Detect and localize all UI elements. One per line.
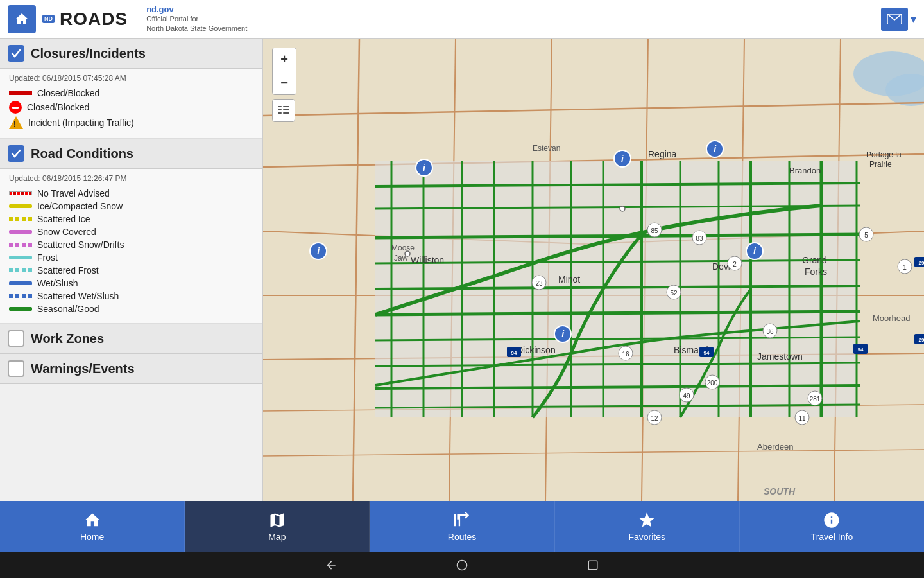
svg-text:49: 49 bbox=[683, 392, 690, 399]
road-conditions-body: Updated: 06/18/2015 12:26:47 PM No Trave… bbox=[0, 169, 262, 324]
road-conditions-title: Road Conditions bbox=[31, 146, 133, 161]
map-area[interactable]: Williston Minot Devl Grand Forks Dickins… bbox=[263, 39, 924, 501]
nav-home[interactable]: Home bbox=[0, 501, 185, 552]
road-conditions-section-header[interactable]: Road Conditions bbox=[0, 139, 262, 169]
mail-button[interactable] bbox=[881, 8, 908, 31]
main-content: Closures/Incidents Updated: 06/18/2015 0… bbox=[0, 39, 924, 501]
legend-scattered-ice: Scattered Ice bbox=[9, 214, 253, 224]
svg-text:Moose: Moose bbox=[391, 243, 415, 252]
svg-text:Dickinson: Dickinson bbox=[517, 345, 556, 355]
recents-button[interactable] bbox=[585, 557, 601, 573]
legend-seasonal: Seasonal/Good bbox=[9, 304, 253, 314]
legend-scattered-snow: Scattered Snow/Drifts bbox=[9, 240, 253, 250]
closures-checkbox[interactable] bbox=[8, 45, 24, 62]
svg-text:Jamestown: Jamestown bbox=[757, 351, 803, 362]
svg-text:29: 29 bbox=[919, 337, 924, 343]
closed-line-icon bbox=[9, 91, 32, 95]
svg-text:Prairie: Prairie bbox=[869, 160, 892, 169]
closures-section-header[interactable]: Closures/Incidents bbox=[0, 39, 262, 69]
ice-compacted-icon bbox=[9, 204, 32, 208]
legend-wet-slush: Wet/Slush bbox=[9, 278, 253, 288]
svg-text:11: 11 bbox=[798, 415, 806, 422]
nav-favorites[interactable]: Favorites bbox=[555, 501, 740, 552]
frost-icon bbox=[9, 256, 32, 259]
svg-text:94: 94 bbox=[704, 350, 710, 356]
home-button[interactable] bbox=[454, 557, 470, 573]
warnings-section-header[interactable]: Warnings/Events bbox=[0, 354, 262, 384]
nav-map[interactable]: Map bbox=[185, 501, 370, 552]
android-nav-bar bbox=[0, 552, 924, 578]
ndgov-link[interactable]: nd.gov bbox=[146, 4, 247, 14]
scattered-frost-icon bbox=[9, 268, 32, 272]
back-button[interactable] bbox=[323, 557, 339, 573]
legend-toggle-button[interactable] bbox=[272, 99, 295, 122]
svg-point-119 bbox=[458, 561, 467, 570]
legend-closed-icon: Closed/Blocked bbox=[9, 101, 253, 114]
wet-slush-icon bbox=[9, 281, 32, 285]
warnings-checkbox[interactable] bbox=[8, 360, 24, 377]
app-name: ROADS bbox=[60, 9, 128, 30]
nav-travel-info-label: Travel Info bbox=[811, 532, 853, 542]
legend-scattered-wet: Scattered Wet/Slush bbox=[9, 291, 253, 301]
snow-covered-icon bbox=[9, 230, 32, 234]
info-marker-1[interactable]: i bbox=[415, 159, 433, 177]
svg-text:52: 52 bbox=[670, 290, 678, 297]
svg-text:94: 94 bbox=[858, 347, 864, 353]
closures-updated: Updated: 06/18/2015 07:45:28 AM bbox=[9, 74, 253, 83]
nav-routes[interactable]: Routes bbox=[370, 501, 554, 552]
info-marker-6[interactable]: i bbox=[746, 242, 764, 260]
no-travel-icon bbox=[9, 191, 32, 195]
svg-text:85: 85 bbox=[651, 227, 658, 234]
nav-favorites-label: Favorites bbox=[628, 532, 665, 542]
app-logo: ND ROADS bbox=[42, 9, 128, 30]
nd-badge: ND bbox=[42, 15, 55, 23]
seasonal-icon bbox=[9, 307, 32, 311]
svg-text:SOUTH: SOUTH bbox=[764, 486, 796, 496]
svg-text:5: 5 bbox=[864, 232, 868, 239]
svg-point-110 bbox=[620, 206, 625, 211]
svg-text:1: 1 bbox=[903, 264, 907, 271]
svg-point-109 bbox=[405, 251, 410, 256]
zoom-controls: + − bbox=[272, 48, 296, 95]
svg-text:Estevan: Estevan bbox=[533, 144, 560, 153]
nav-home-label: Home bbox=[80, 532, 104, 542]
work-zones-title: Work Zones bbox=[31, 331, 104, 346]
road-conditions-updated: Updated: 06/18/2015 12:26:47 PM bbox=[9, 174, 253, 183]
scattered-ice-icon bbox=[9, 217, 32, 221]
svg-text:23: 23 bbox=[535, 280, 543, 287]
zoom-in-button[interactable]: + bbox=[273, 48, 296, 71]
work-zones-checkbox[interactable] bbox=[8, 330, 24, 347]
warn-icon bbox=[9, 116, 23, 129]
warnings-title: Warnings/Events bbox=[31, 362, 135, 376]
svg-rect-114 bbox=[278, 109, 282, 110]
svg-text:Forks: Forks bbox=[805, 267, 827, 277]
svg-text:Moorhead: Moorhead bbox=[873, 313, 911, 323]
svg-text:83: 83 bbox=[696, 235, 703, 242]
sidebar: Closures/Incidents Updated: 06/18/2015 0… bbox=[0, 39, 263, 501]
home-header-button[interactable] bbox=[8, 5, 36, 33]
routes-nav-icon bbox=[453, 511, 471, 529]
svg-rect-115 bbox=[278, 112, 282, 114]
nav-travel-info[interactable]: Travel Info bbox=[740, 501, 924, 552]
legend-no-travel: No Travel Advised bbox=[9, 188, 253, 198]
zoom-out-button[interactable]: − bbox=[273, 71, 296, 94]
road-conditions-checkbox[interactable] bbox=[8, 145, 24, 162]
header-divider bbox=[137, 8, 137, 31]
nav-map-label: Map bbox=[268, 532, 286, 542]
work-zones-section-header[interactable]: Work Zones bbox=[0, 324, 262, 354]
map-nav-icon bbox=[268, 511, 286, 529]
info-marker-4[interactable]: i bbox=[309, 242, 327, 260]
svg-text:12: 12 bbox=[651, 415, 658, 422]
closures-body: Updated: 06/18/2015 07:45:28 AM Closed/B… bbox=[0, 69, 262, 139]
svg-text:Minot: Minot bbox=[558, 274, 580, 285]
svg-text:2: 2 bbox=[733, 261, 737, 268]
svg-rect-118 bbox=[283, 112, 289, 114]
info-marker-2[interactable]: i bbox=[613, 150, 631, 168]
svg-text:281: 281 bbox=[810, 396, 821, 403]
mail-chevron-icon[interactable]: ▾ bbox=[911, 12, 916, 26]
legend-scattered-frost: Scattered Frost bbox=[9, 265, 253, 276]
legend-incident: Incident (Impacting Traffic) bbox=[9, 116, 253, 129]
svg-text:29: 29 bbox=[919, 260, 924, 266]
favorites-nav-icon bbox=[638, 511, 656, 529]
legend-frost: Frost bbox=[9, 252, 253, 263]
